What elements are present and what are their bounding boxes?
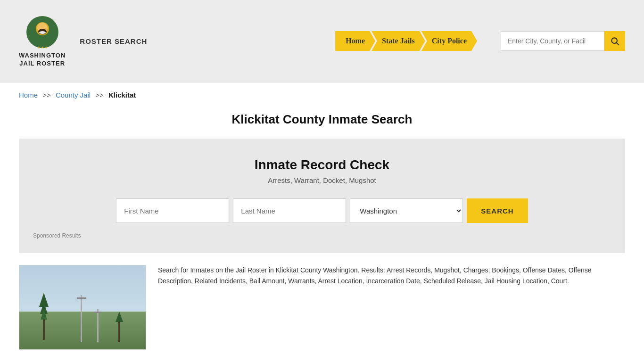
breadcrumb: Home >> County Jail >> Klickitat bbox=[0, 82, 644, 107]
svg-point-5 bbox=[39, 31, 46, 34]
washington-flag-icon: ★ ★ ★ bbox=[21, 15, 64, 50]
inmate-search-box: Inmate Record Check Arrests, Warrant, Do… bbox=[19, 139, 625, 253]
breadcrumb-home-link[interactable]: Home bbox=[19, 91, 38, 99]
svg-text:★ ★ ★: ★ ★ ★ bbox=[37, 46, 48, 49]
breadcrumb-county-jail-link[interactable]: County Jail bbox=[56, 91, 91, 99]
header-search-input[interactable] bbox=[501, 31, 604, 51]
nav-city-police-button[interactable]: City Police bbox=[421, 31, 477, 51]
page-title: Klickitat County Inmate Search bbox=[0, 112, 644, 127]
svg-line-8 bbox=[617, 43, 619, 45]
last-name-input[interactable] bbox=[233, 198, 346, 223]
header-search-area bbox=[501, 31, 625, 51]
search-submit-button[interactable]: SEARCH bbox=[467, 198, 528, 223]
breadcrumb-sep1: >> bbox=[42, 91, 51, 99]
tree-1 bbox=[43, 302, 45, 340]
nav-home-button[interactable]: Home bbox=[335, 31, 375, 51]
county-image bbox=[19, 265, 146, 350]
search-box-subtitle: Arrests, Warrant, Docket, Mugshot bbox=[33, 176, 611, 184]
breadcrumb-current: Klickitat bbox=[108, 91, 136, 99]
pole-1 bbox=[81, 295, 82, 342]
main-nav: Home State Jails City Police bbox=[335, 31, 477, 51]
header-search-button[interactable] bbox=[604, 31, 625, 51]
roster-search-label: ROSTER SEARCH bbox=[80, 37, 147, 45]
description-text: Search for Inmates on the Jail Roster in… bbox=[158, 265, 625, 350]
tree-2 bbox=[118, 319, 120, 342]
pole-2 bbox=[97, 309, 99, 342]
nav-state-jails-button[interactable]: State Jails bbox=[372, 31, 425, 51]
search-fields: Washington Alabama Alaska Arizona Califo… bbox=[33, 198, 611, 223]
first-name-input[interactable] bbox=[116, 198, 229, 223]
site-header: ★ ★ ★ WASHINGTON JAIL ROSTER ROSTER SEAR… bbox=[0, 0, 644, 82]
sponsored-label: Sponsored Results bbox=[33, 232, 611, 239]
search-icon bbox=[610, 36, 619, 46]
state-select[interactable]: Washington Alabama Alaska Arizona Califo… bbox=[350, 198, 463, 223]
bottom-section: Search for Inmates on the Jail Roster in… bbox=[19, 265, 625, 362]
breadcrumb-sep2: >> bbox=[95, 91, 104, 99]
logo-text: WASHINGTON JAIL ROSTER bbox=[19, 52, 66, 68]
search-box-title: Inmate Record Check bbox=[33, 157, 611, 173]
site-logo[interactable]: ★ ★ ★ WASHINGTON JAIL ROSTER bbox=[19, 15, 66, 68]
